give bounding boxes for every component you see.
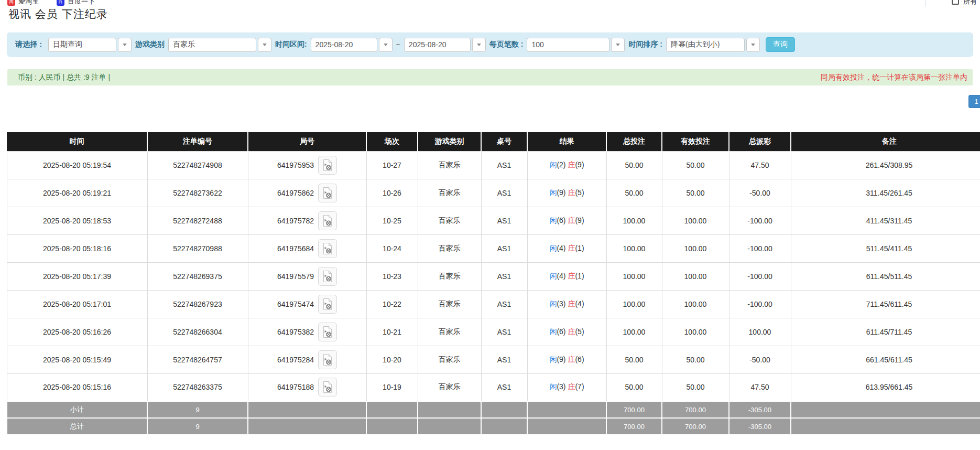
- cell-result: 闲(4) 庄(1): [527, 262, 606, 290]
- cell-remark: 613.95/661.45: [791, 373, 980, 401]
- date-from-dropdown-button[interactable]: [379, 38, 393, 52]
- cell-time: 2025-08-20 05:18:16: [7, 234, 147, 262]
- bookmark-item[interactable]: 淘爱淘宝: [7, 0, 39, 6]
- player-points: (6): [557, 327, 565, 336]
- round-number: 641975953: [277, 161, 314, 169]
- page-size-dropdown-button[interactable]: [611, 38, 625, 52]
- cell-payout: -100.00: [729, 207, 791, 234]
- cell-game-type: 百家乐: [418, 373, 481, 401]
- video-replay-icon[interactable]: [318, 184, 337, 202]
- player-result: 闲: [549, 299, 557, 308]
- player-points: (2): [557, 160, 565, 169]
- round-number-group: 641975782: [277, 211, 337, 230]
- date-from-picker: 2025-08-20: [311, 38, 393, 52]
- cell-total-bet[interactable]: 100.00: [606, 234, 662, 262]
- pagination-page-1[interactable]: 1: [968, 95, 980, 108]
- date-to-picker: 2025-08-20: [404, 38, 486, 52]
- video-replay-icon[interactable]: [318, 323, 337, 341]
- banker-result: 庄: [568, 188, 575, 197]
- cell-total-bet[interactable]: 50.00: [606, 179, 662, 207]
- date-to-dropdown-button[interactable]: [472, 38, 486, 52]
- cell-total-bet[interactable]: 100.00: [606, 290, 662, 318]
- date-to-value[interactable]: 2025-08-20: [404, 38, 471, 52]
- cell-bet-number: 522748269375: [147, 262, 248, 290]
- cell-payout: -100.00: [729, 234, 791, 262]
- player-result: 闲: [549, 216, 557, 224]
- query-button[interactable]: 查询: [766, 37, 795, 52]
- cell-result: 闲(6) 庄(9): [527, 207, 606, 234]
- cell-time: 2025-08-20 05:16:26: [7, 318, 147, 346]
- date-range-tilde: ~: [396, 40, 400, 49]
- column-header-0: 时间: [7, 132, 147, 151]
- player-result: 闲: [549, 160, 557, 169]
- cell-game-type: 百家乐: [418, 207, 481, 234]
- cell-valid-bet: 50.00: [662, 151, 729, 179]
- cell-total-bet[interactable]: 50.00: [606, 346, 662, 373]
- subtotal-row: 小计9700.00700.00-305.00: [7, 401, 980, 418]
- bookmark-label: 百度一下: [68, 0, 95, 6]
- cell-session: 10-24: [366, 234, 418, 262]
- cell-total-bet[interactable]: 50.00: [606, 373, 662, 401]
- cell-bet-number: 522748267923: [147, 290, 248, 318]
- banker-points: (9): [575, 216, 584, 224]
- bookmarks-right[interactable]: 所有: [952, 0, 977, 6]
- cell-bet-number: 522748273622: [147, 179, 248, 207]
- chevron-down-icon: [123, 44, 127, 46]
- chevron-down-icon: [751, 44, 755, 46]
- video-replay-icon[interactable]: [318, 156, 337, 175]
- cell-table-number: AS1: [481, 290, 527, 318]
- bookmark-favicon-icon: 百: [57, 0, 64, 6]
- cell-table-number: AS1: [481, 373, 527, 401]
- cell-total-bet[interactable]: 100.00: [606, 262, 662, 290]
- cell-game-type: 百家乐: [418, 346, 481, 373]
- query-type-value[interactable]: 日期查询: [48, 38, 116, 52]
- subtotal-row-empty: [527, 401, 606, 418]
- time-sort-dropdown-button[interactable]: [746, 38, 760, 52]
- video-replay-icon[interactable]: [318, 239, 337, 258]
- player-result: 闲: [549, 188, 557, 197]
- time-sort-value[interactable]: 降幂(由大到小): [666, 38, 745, 52]
- video-replay-icon[interactable]: [318, 211, 337, 230]
- cell-result: 闲(6) 庄(5): [527, 318, 606, 346]
- video-replay-icon[interactable]: [318, 350, 337, 369]
- page-size-combobox: 100: [527, 38, 625, 52]
- column-header-4: 游戏类别: [418, 132, 481, 151]
- chevron-down-icon: [263, 44, 267, 46]
- cell-table-number: AS1: [481, 234, 527, 262]
- player-result: 闲: [549, 244, 557, 252]
- cell-remark: 261.45/308.95: [791, 151, 980, 179]
- cell-total-bet[interactable]: 50.00: [606, 151, 662, 179]
- video-replay-icon[interactable]: [318, 267, 337, 286]
- cell-game-type: 百家乐: [418, 262, 481, 290]
- total-row-count: 9: [147, 418, 248, 435]
- summary-currency-count: 币别 : 人民币 | 总共 :9 注单 |: [18, 73, 110, 82]
- subtotal-row-empty: [481, 401, 527, 418]
- bookmarks-bar: 淘爱淘宝百百度一下 所有: [0, 0, 980, 7]
- cell-game-type: 百家乐: [418, 318, 481, 346]
- round-number-group: 641975862: [277, 184, 337, 202]
- round-number: 641975684: [277, 244, 314, 253]
- video-replay-icon[interactable]: [318, 378, 337, 397]
- player-result: 闲: [549, 382, 557, 391]
- date-from-value[interactable]: 2025-08-20: [311, 38, 377, 52]
- total-row: 总计9700.00700.00-305.00: [7, 418, 980, 435]
- banker-result: 庄: [568, 160, 575, 169]
- player-points: (4): [557, 244, 565, 252]
- game-type-value[interactable]: 百家乐: [168, 38, 256, 52]
- query-type-dropdown-button[interactable]: [118, 38, 132, 52]
- cell-payout: 100.00: [729, 318, 791, 346]
- game-type-dropdown-button[interactable]: [258, 38, 271, 52]
- column-header-6: 结果: [527, 132, 606, 151]
- total-row-empty: [527, 418, 606, 435]
- bookmark-item[interactable]: 百百度一下: [57, 0, 95, 6]
- cell-total-bet[interactable]: 100.00: [606, 207, 662, 234]
- video-replay-icon[interactable]: [318, 295, 337, 314]
- bet-records-table: 时间注单编号局号场次游戏类别桌号结果总投注有效投注总派彩备注 2025-08-2…: [6, 132, 980, 435]
- banker-points: (1): [575, 272, 584, 280]
- cell-table-number: AS1: [481, 207, 527, 234]
- page-size-value[interactable]: 100: [527, 38, 609, 52]
- cell-game-type: 百家乐: [418, 234, 481, 262]
- cell-remark: 661.45/611.45: [791, 346, 980, 373]
- cell-total-bet[interactable]: 100.00: [606, 318, 662, 346]
- player-result: 闲: [549, 272, 557, 280]
